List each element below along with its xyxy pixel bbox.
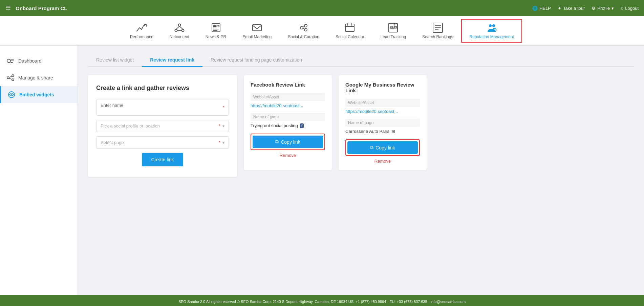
social-required-star: * xyxy=(219,123,220,128)
google-website-label: Website/Asset xyxy=(345,99,420,107)
google-remove-link[interactable]: Remove xyxy=(345,159,420,164)
nav-item-socialcalendar[interactable]: Social Calendar xyxy=(327,19,372,43)
main-content: Review list widget Review request link R… xyxy=(78,46,644,295)
app-title: Onboard Program CL xyxy=(16,5,67,11)
profile-link[interactable]: ⚙ Profile ▾ xyxy=(592,6,614,11)
nav-item-netcontent[interactable]: Netcontent xyxy=(162,19,197,43)
logout-icon: ⎋ xyxy=(621,6,623,11)
svg-line-39 xyxy=(11,93,12,96)
top-nav: ☰ Onboard Program CL 🌐 HELP ✦ Take a tou… xyxy=(0,0,644,16)
google-review-card: Google My Business Review Link Website/A… xyxy=(339,75,427,170)
nav-label-newspr: News & PR xyxy=(206,34,226,39)
create-link-title: Create a link and gather reviews xyxy=(96,85,229,92)
hamburger-icon[interactable]: ☰ xyxy=(5,4,11,12)
create-link-button[interactable]: Create link xyxy=(142,153,184,166)
svg-rect-11 xyxy=(253,25,261,31)
nav-item-newspr[interactable]: PR News & PR xyxy=(197,19,234,43)
google-page-icon: ⊞ xyxy=(391,129,395,134)
social-field-wrapper[interactable]: Pick a social profile or location * ▾ xyxy=(96,120,229,132)
facebook-website-value: https://mobile20.seotoast... xyxy=(251,103,325,108)
nav-label-reputationmanagement: Reputation Management xyxy=(469,34,514,39)
nav-item-emailmarketing[interactable]: Email Marketing xyxy=(234,19,280,43)
nav-label-leadtracking: Lead Tracking xyxy=(381,34,406,39)
tab-reviewrequestlanding[interactable]: Review request landing page customizatio… xyxy=(202,54,310,67)
sidebar-item-embedwidgets[interactable]: Embed widgets xyxy=(0,86,78,103)
create-link-card: Create a link and gather reviews * Pick … xyxy=(88,75,237,177)
nav-label-netcontent: Netcontent xyxy=(170,34,189,39)
name-field-wrapper: * xyxy=(96,99,229,116)
profile-chevron-icon: ▾ xyxy=(611,6,614,11)
google-copy-link-button[interactable]: ⧉ Copy link xyxy=(347,141,418,154)
svg-text:...: ... xyxy=(395,24,397,26)
social-field-text: Pick a social profile or location xyxy=(101,123,219,128)
svg-point-32 xyxy=(7,59,10,63)
nav-item-leadtracking[interactable]: SMS ... Lead Tracking xyxy=(372,19,414,43)
sidebar-item-manageshare[interactable]: Manage & share xyxy=(0,69,78,86)
svg-point-33 xyxy=(7,77,9,79)
svg-point-14 xyxy=(304,28,307,31)
facebook-review-card: Facebook Review Link Website/Asset https… xyxy=(244,75,332,170)
svg-point-30 xyxy=(492,24,495,27)
google-namepage-value: Carrosserie Auto Paris ⊞ xyxy=(345,129,420,134)
page-chevron-icon: ▾ xyxy=(222,140,224,145)
svg-line-15 xyxy=(303,26,304,27)
gear-icon: ⚙ xyxy=(592,6,596,11)
nav-item-performance[interactable]: Performance xyxy=(122,19,162,43)
svg-point-12 xyxy=(300,26,303,29)
help-icon: 🌐 xyxy=(532,6,538,11)
svg-line-16 xyxy=(303,28,304,29)
name-input[interactable] xyxy=(101,103,223,108)
nav-item-searchrankings[interactable]: Search Rankings xyxy=(414,19,461,43)
help-link[interactable]: 🌐 HELP xyxy=(532,6,551,11)
nav-item-reputationmanagement[interactable]: Reputation Management xyxy=(461,19,522,43)
sidebar-item-dashboard[interactable]: Dashboard xyxy=(0,52,78,69)
copy-icon-google: ⧉ xyxy=(370,145,373,150)
facebook-copy-link-button[interactable]: ⧉ Copy link xyxy=(253,136,323,148)
svg-point-34 xyxy=(12,75,14,77)
facebook-namepage-value: Trying out social posting f xyxy=(251,123,325,128)
svg-point-0 xyxy=(178,24,180,26)
nav-label-searchrankings: Search Rankings xyxy=(422,34,453,39)
google-namepage-label: Name of page xyxy=(345,119,420,127)
tab-reviewrequestlink[interactable]: Review request link xyxy=(142,54,202,67)
svg-text:PR: PR xyxy=(216,25,220,27)
page-field-text: Select page xyxy=(101,140,219,145)
svg-line-37 xyxy=(9,78,12,79)
svg-point-1 xyxy=(175,29,177,32)
review-cards: Facebook Review Link Website/Asset https… xyxy=(244,75,634,170)
facebook-remove-link[interactable]: Remove xyxy=(251,153,325,158)
page-required-star: * xyxy=(219,140,220,145)
google-copy-btn-wrapper: ⧉ Copy link xyxy=(345,139,420,156)
footer-text: SEO Samba 2.0 All rights reserved © SEO … xyxy=(178,300,466,304)
google-card-title: Google My Business Review Link xyxy=(345,82,420,93)
svg-point-2 xyxy=(181,29,184,32)
facebook-website-label: Website/Asset xyxy=(251,93,325,101)
tour-link[interactable]: ✦ Take a tour xyxy=(558,6,585,11)
sidebar-label-dashboard: Dashboard xyxy=(18,58,42,64)
svg-point-13 xyxy=(304,24,307,27)
sidebar-label-embedwidgets: Embed widgets xyxy=(19,92,54,97)
svg-line-36 xyxy=(9,76,12,77)
facebook-namepage-label: Name of page xyxy=(251,113,325,121)
sidebar-label-manageshare: Manage & share xyxy=(18,75,53,80)
tab-reviewlistwidget[interactable]: Review list widget xyxy=(88,54,142,67)
nav-item-socialcuration[interactable]: Social & Curation xyxy=(280,19,327,43)
main-nav: Performance Netcontent PR News & PR Emai… xyxy=(0,16,644,46)
facebook-copy-btn-wrapper: ⧉ Copy link xyxy=(251,134,325,150)
main-layout: Dashboard Manage & share Embed widgets xyxy=(0,46,644,295)
page-field-wrapper[interactable]: Select page * ▾ xyxy=(96,136,229,149)
copy-icon: ⧉ xyxy=(275,139,279,145)
nav-label-performance: Performance xyxy=(130,34,153,39)
nav-label-socialcuration: Social & Curation xyxy=(288,34,319,39)
svg-rect-17 xyxy=(345,24,354,31)
nav-label-emailmarketing: Email Marketing xyxy=(242,34,272,39)
sidebar: Dashboard Manage & share Embed widgets xyxy=(0,46,78,295)
logout-link[interactable]: ⎋ Logout xyxy=(621,6,639,11)
svg-point-29 xyxy=(489,24,492,27)
svg-point-35 xyxy=(12,79,14,81)
facebook-card-title: Facebook Review Link xyxy=(251,82,325,88)
google-website-value: https://mobile20.seotoast... xyxy=(345,109,420,114)
nav-label-socialcalendar: Social Calendar xyxy=(336,34,364,39)
wand-icon: ✦ xyxy=(558,6,561,11)
content-area: Create a link and gather reviews * Pick … xyxy=(88,75,634,177)
